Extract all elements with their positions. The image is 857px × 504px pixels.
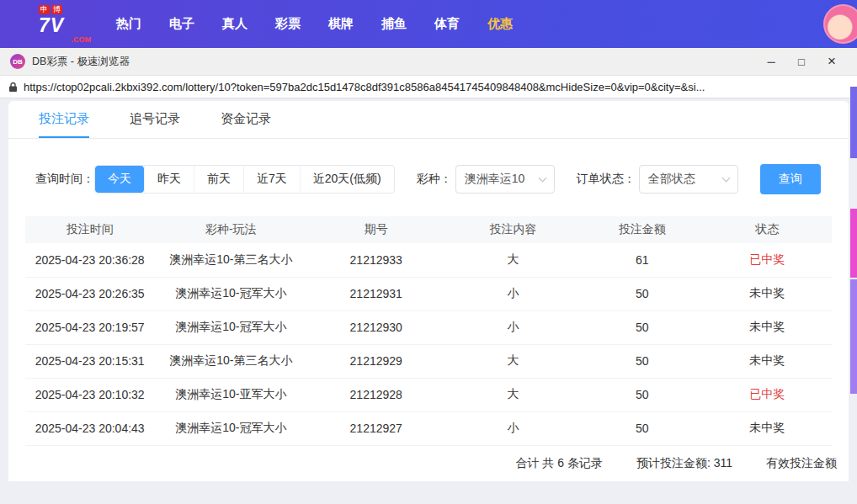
table-row: 2025-04-23 20:36:28 澳洲幸运10-第三名大小 2121293…	[25, 243, 832, 277]
summary-valid-amount: 有效投注金额	[766, 456, 837, 471]
cell-bet-time: 2025-04-23 20:36:28	[25, 243, 154, 277]
cell-amount: 50	[582, 378, 703, 411]
cell-issue: 21212931	[307, 277, 444, 310]
edge-artifact	[850, 87, 857, 158]
edge-artifact	[850, 279, 857, 394]
cell-game: 澳洲幸运10-冠军大小	[154, 310, 307, 344]
app-icon: DB	[10, 54, 25, 69]
cell-status: 未中奖	[703, 344, 832, 378]
cell-bet-time: 2025-04-23 20:04:43	[25, 411, 154, 445]
col-header-game: 彩种-玩法	[154, 216, 307, 243]
table-row: 2025-04-23 20:15:31 澳洲幸运10-第三名大小 2121292…	[25, 344, 832, 378]
col-header-amount: 投注金额	[582, 216, 703, 243]
table-row: 2025-04-23 20:19:57 澳洲幸运10-冠军大小 21212930…	[25, 310, 832, 344]
table-row: 2025-04-23 20:10:32 澳洲幸运10-亚军大小 21212928…	[25, 378, 832, 411]
cell-status: 未中奖	[703, 310, 832, 344]
status-filter-label: 订单状态：	[577, 172, 636, 187]
lottery-select[interactable]: 澳洲幸运10	[455, 165, 555, 194]
logo-tag-1: 申	[39, 5, 50, 14]
close-button[interactable]: ×	[817, 48, 847, 76]
logo-tags: 申 博	[39, 5, 91, 14]
cell-amount: 50	[582, 344, 703, 378]
time-range-group: 今天 昨天 前天 近7天 近20天(低频)	[94, 165, 395, 194]
nav-item-promotions[interactable]: 优惠	[487, 16, 513, 32]
filter-bar: 查询时间： 今天 昨天 前天 近7天 近20天(低频) 彩种： 澳洲幸运10 订…	[35, 164, 849, 194]
window-controls: ─ □ ×	[756, 48, 847, 76]
col-header-content: 投注内容	[444, 216, 582, 243]
table-row: 2025-04-23 20:26:35 澳洲幸运10-冠军大小 21212931…	[25, 277, 832, 310]
records-table: 投注时间 彩种-玩法 期号 投注内容 投注金额 状态 2025-04-23 20…	[25, 216, 832, 471]
site-menu: 热门 电子 真人 彩票 棋牌 捕鱼 体育 优惠	[116, 16, 513, 32]
time-option-last20days[interactable]: 近20天(低频)	[300, 166, 394, 193]
cell-content: 小	[444, 411, 582, 445]
tab-chase-records[interactable]: 追号记录	[130, 101, 180, 138]
cell-game: 澳洲幸运10-第三名大小	[154, 344, 307, 378]
cell-game: 澳洲幸运10-第三名大小	[154, 243, 307, 277]
nav-item-hot[interactable]: 热门	[116, 16, 141, 32]
cell-status: 未中奖	[703, 411, 832, 445]
site-logo[interactable]: 申 博 7V .COM	[39, 5, 91, 44]
url-text[interactable]: https://ctop02pcali.2kbxi392.com/lottery…	[24, 81, 849, 93]
tab-bet-records[interactable]: 投注记录	[39, 101, 89, 138]
cell-status: 已中奖	[703, 243, 832, 277]
cell-amount: 50	[582, 411, 703, 445]
tab-funds-records[interactable]: 资金记录	[221, 101, 271, 138]
cell-bet-time: 2025-04-23 20:19:57	[25, 310, 154, 344]
window-title: DB彩票 - 极速浏览器	[32, 55, 130, 69]
browser-addressbar: https://ctop02pcali.2kbxi392.com/lottery…	[0, 76, 857, 98]
nav-item-boardgames[interactable]: 棋牌	[328, 16, 354, 32]
cell-issue: 21212930	[307, 310, 444, 344]
records-panel: 投注记录 追号记录 资金记录 查询时间： 今天 昨天 前天 近7天 近20天(低…	[8, 101, 849, 481]
nav-item-live[interactable]: 真人	[222, 16, 248, 32]
time-option-last7days[interactable]: 近7天	[243, 166, 300, 193]
chevron-down-icon	[538, 173, 546, 182]
minimize-button[interactable]: ─	[756, 48, 786, 76]
cell-amount: 61	[582, 243, 703, 277]
summary-bar: 合计 共 6 条记录 预计投注金额: 311 有效投注金额	[25, 456, 837, 471]
query-button[interactable]: 查询	[760, 164, 821, 194]
time-option-yesterday[interactable]: 昨天	[144, 166, 194, 193]
lock-icon	[8, 82, 18, 93]
time-option-today[interactable]: 今天	[95, 166, 144, 193]
table-header-row: 投注时间 彩种-玩法 期号 投注内容 投注金额 状态	[25, 216, 832, 243]
cell-issue: 21212933	[307, 243, 444, 277]
time-filter-label: 查询时间：	[35, 172, 94, 187]
cell-bet-time: 2025-04-23 20:26:35	[25, 277, 154, 310]
summary-total: 合计 共 6 条记录	[515, 456, 602, 471]
logo-tag-2: 博	[51, 5, 62, 14]
nav-item-lottery[interactable]: 彩票	[275, 16, 301, 32]
nav-item-sports[interactable]: 体育	[434, 16, 460, 32]
cell-status: 已中奖	[703, 378, 832, 411]
summary-estimated-amount: 预计投注金额: 311	[636, 456, 732, 471]
site-navbar: 申 博 7V .COM 热门 电子 真人 彩票 棋牌 捕鱼 体育 优惠	[0, 0, 857, 48]
avatar[interactable]	[823, 4, 857, 44]
cell-content: 大	[444, 344, 582, 378]
order-status-value: 全部状态	[648, 172, 695, 187]
lottery-select-value: 澳洲幸运10	[465, 172, 525, 187]
cell-content: 大	[444, 243, 582, 277]
cell-game: 澳洲幸运10-亚军大小	[154, 378, 307, 411]
maximize-button[interactable]: □	[786, 48, 817, 76]
browser-titlebar: DB DB彩票 - 极速浏览器 ─ □ ×	[0, 48, 857, 76]
screen: 申 博 7V .COM 热门 电子 真人 彩票 棋牌 捕鱼 体育 优惠 DB D…	[0, 0, 857, 504]
order-status-select[interactable]: 全部状态	[639, 165, 738, 194]
cell-content: 小	[444, 277, 582, 310]
col-header-bet-time: 投注时间	[25, 216, 154, 243]
nav-item-electronic[interactable]: 电子	[169, 16, 194, 32]
logo-sub-text: .COM	[39, 36, 91, 44]
chevron-down-icon	[721, 173, 730, 182]
cell-amount: 50	[582, 310, 703, 344]
cell-content: 大	[444, 378, 582, 411]
time-option-day-before[interactable]: 前天	[194, 166, 243, 193]
cell-issue: 21212929	[307, 344, 444, 378]
cell-bet-time: 2025-04-23 20:10:32	[25, 378, 154, 411]
nav-item-fishing[interactable]: 捕鱼	[381, 16, 407, 32]
cell-issue: 21212927	[307, 411, 444, 445]
table-row: 2025-04-23 20:04:43 澳洲幸运10-冠军大小 21212927…	[25, 411, 832, 445]
col-header-issue: 期号	[307, 216, 444, 243]
cell-content: 小	[444, 310, 582, 344]
cell-bet-time: 2025-04-23 20:15:31	[25, 344, 154, 378]
records-tabs: 投注记录 追号记录 资金记录	[8, 101, 849, 139]
cell-amount: 50	[582, 277, 703, 310]
lottery-filter-label: 彩种：	[417, 172, 452, 187]
